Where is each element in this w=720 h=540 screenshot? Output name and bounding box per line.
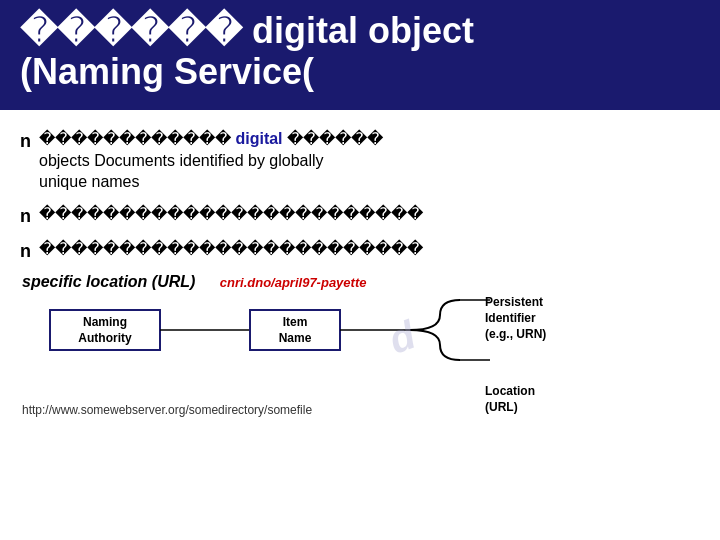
url-cnri: cnri.dno/april97-payette (220, 275, 367, 290)
svg-text:Item: Item (283, 315, 308, 329)
diagram-area: specific location (URL) cnri.dno/april97… (20, 273, 700, 417)
bullet-dot-2: n (20, 204, 31, 228)
bullet-item-3: n ������������������������ (20, 238, 700, 263)
bullet-item-2: n ������������������������ (20, 203, 700, 228)
svg-text:Name: Name (279, 331, 312, 345)
header: ������ digital object (Naming Service( (20, 10, 700, 93)
specific-location-label: specific location (URL) cnri.dno/april97… (22, 273, 700, 291)
diagram-svg: Naming Authority Item Name (20, 295, 500, 395)
location-url-label: Location(URL) (485, 384, 546, 415)
specific-location-text: specific location (URL) (22, 273, 195, 290)
bullet-list: n ������������ digital ������ objects Do… (20, 128, 700, 263)
bullet-text-3: ������������������������ (39, 238, 700, 260)
right-labels: PersistentIdentifier(e.g., URN) Location… (485, 295, 546, 415)
url-line: http://www.somewebserver.org/somedirecto… (22, 403, 700, 417)
bullet-dot-1: n (20, 129, 31, 153)
bullet-text-2: ������������������������ (39, 203, 700, 225)
location-url-text: Location(URL) (485, 384, 535, 414)
persistent-id-text: PersistentIdentifier(e.g., URN) (485, 295, 546, 340)
title-line2: (Naming Service( (20, 51, 314, 92)
svg-text:Authority: Authority (78, 331, 132, 345)
persistent-identifier-label: PersistentIdentifier(e.g., URN) (485, 295, 546, 342)
header-title: ������ digital object (Naming Service( (20, 10, 700, 93)
diagram-row: Naming Authority Item Name (20, 295, 700, 395)
bullet-text-1: ������������ digital ������ objects Docu… (39, 128, 700, 193)
digital-highlight: digital (235, 130, 282, 147)
svg-text:Naming: Naming (83, 315, 127, 329)
bullet-dot-3: n (20, 239, 31, 263)
title-line1: ������ digital object (20, 10, 474, 51)
url-full-text: http://www.somewebserver.org/somedirecto… (22, 403, 312, 417)
slide: ������ digital object (Naming Service( n… (0, 0, 720, 540)
content-area: n ������������ digital ������ objects Do… (0, 110, 720, 540)
bullet-item-1: n ������������ digital ������ objects Do… (20, 128, 700, 193)
